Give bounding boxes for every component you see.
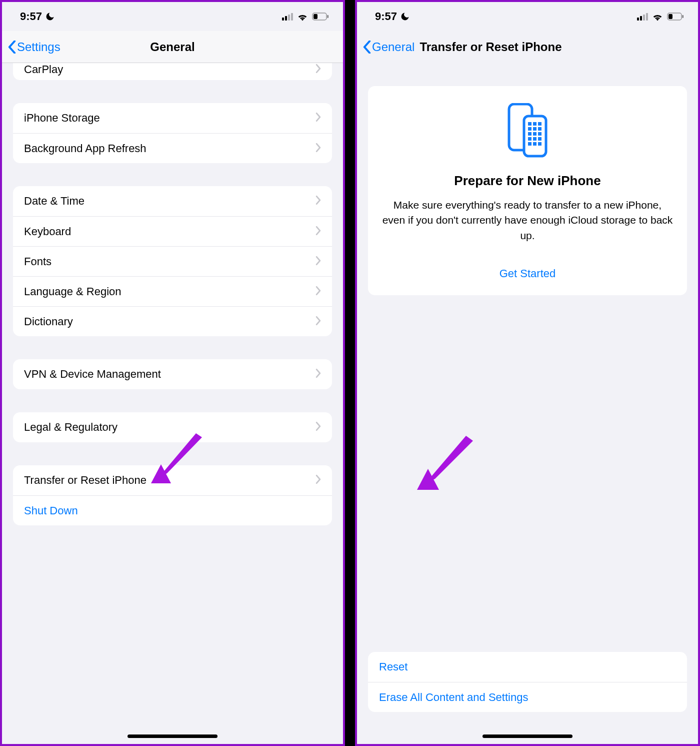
chevron-right-icon bbox=[316, 142, 321, 155]
svg-rect-21 bbox=[538, 137, 542, 141]
svg-rect-15 bbox=[538, 127, 542, 131]
wifi-icon bbox=[297, 12, 308, 21]
chevron-right-icon bbox=[316, 63, 321, 76]
svg-rect-13 bbox=[528, 127, 532, 131]
svg-marker-25 bbox=[417, 469, 439, 490]
chevron-right-icon bbox=[316, 368, 321, 381]
svg-rect-20 bbox=[533, 137, 536, 141]
svg-rect-17 bbox=[533, 132, 536, 136]
home-indicator bbox=[482, 734, 572, 738]
chevron-right-icon bbox=[316, 195, 321, 208]
status-bar: 9:57 bbox=[2, 2, 343, 31]
settings-group: Legal & Regulatory bbox=[13, 412, 332, 442]
settings-row-carplay[interactable]: CarPlay bbox=[13, 63, 332, 80]
settings-row-legal-regulatory[interactable]: Legal & Regulatory bbox=[13, 412, 332, 442]
chevron-right-icon bbox=[316, 421, 321, 434]
settings-row-keyboard[interactable]: Keyboard bbox=[13, 216, 332, 246]
page-title: Transfer or Reset iPhone bbox=[420, 40, 562, 54]
reset-button[interactable]: Reset bbox=[368, 652, 687, 682]
home-indicator bbox=[128, 734, 218, 738]
chevron-right-icon bbox=[316, 255, 321, 268]
svg-rect-12 bbox=[538, 122, 542, 126]
status-time: 9:57 bbox=[20, 10, 42, 23]
back-button[interactable]: Settings bbox=[8, 40, 60, 54]
nav-bar: Settings General bbox=[2, 31, 343, 63]
settings-group: iPhone Storage Background App Refresh bbox=[13, 103, 332, 163]
settings-row-transfer-reset[interactable]: Transfer or Reset iPhone bbox=[13, 465, 332, 495]
settings-row-shutdown[interactable]: Shut Down bbox=[13, 495, 332, 525]
svg-rect-7 bbox=[682, 15, 684, 18]
svg-rect-18 bbox=[538, 132, 542, 136]
svg-rect-23 bbox=[533, 142, 536, 146]
chevron-right-icon bbox=[316, 474, 321, 487]
back-label: Settings bbox=[17, 40, 60, 54]
battery-icon bbox=[312, 13, 329, 21]
settings-group: CarPlay bbox=[13, 63, 332, 80]
get-started-button[interactable]: Get Started bbox=[381, 267, 674, 280]
dnd-moon-icon bbox=[45, 12, 55, 22]
svg-rect-16 bbox=[528, 132, 532, 136]
phone-general-settings: 9:57 Settings General CarPla bbox=[0, 0, 345, 746]
chevron-right-icon bbox=[316, 285, 321, 298]
svg-rect-6 bbox=[668, 14, 672, 19]
prepare-card: Prepare for New iPhone Make sure everyth… bbox=[368, 86, 687, 295]
prepare-card-desc: Make sure everything's ready to transfer… bbox=[381, 198, 674, 243]
status-time: 9:57 bbox=[375, 10, 397, 23]
transfer-devices-icon bbox=[507, 103, 548, 160]
settings-row-vpn-device-management[interactable]: VPN & Device Management bbox=[13, 359, 332, 389]
settings-group: VPN & Device Management bbox=[13, 359, 332, 389]
settings-list[interactable]: CarPlay iPhone Storage Background App Re… bbox=[2, 63, 343, 744]
page-title: General bbox=[150, 40, 194, 54]
chevron-right-icon bbox=[316, 315, 321, 328]
prepare-card-title: Prepare for New iPhone bbox=[381, 173, 674, 189]
svg-rect-1 bbox=[314, 14, 318, 19]
transfer-reset-content: Prepare for New iPhone Make sure everyth… bbox=[357, 63, 698, 744]
svg-rect-24 bbox=[538, 142, 542, 146]
status-bar: 9:57 bbox=[357, 2, 698, 31]
settings-row-fonts[interactable]: Fonts bbox=[13, 246, 332, 276]
settings-group: Date & Time Keyboard Fonts Language & Re… bbox=[13, 186, 332, 336]
battery-icon bbox=[667, 13, 684, 21]
reset-options-group: Reset Erase All Content and Settings bbox=[368, 652, 687, 712]
phone-transfer-reset: 9:57 General Transfer or Reset iPhone bbox=[355, 0, 700, 746]
svg-rect-11 bbox=[533, 122, 536, 126]
cellular-signal-icon bbox=[637, 13, 648, 21]
settings-row-dictionary[interactable]: Dictionary bbox=[13, 306, 332, 336]
settings-row-background-app-refresh[interactable]: Background App Refresh bbox=[13, 133, 332, 163]
settings-row-iphone-storage[interactable]: iPhone Storage bbox=[13, 103, 332, 133]
settings-row-date-time[interactable]: Date & Time bbox=[13, 186, 332, 216]
settings-row-language-region[interactable]: Language & Region bbox=[13, 276, 332, 306]
svg-rect-10 bbox=[528, 122, 532, 126]
dnd-moon-icon bbox=[400, 12, 410, 22]
nav-bar: General Transfer or Reset iPhone bbox=[357, 31, 698, 63]
back-button[interactable]: General bbox=[363, 40, 414, 54]
chevron-right-icon bbox=[316, 112, 321, 125]
chevron-right-icon bbox=[316, 225, 321, 238]
svg-rect-2 bbox=[328, 15, 329, 18]
svg-rect-19 bbox=[528, 137, 532, 141]
erase-all-button[interactable]: Erase All Content and Settings bbox=[368, 682, 687, 712]
svg-rect-22 bbox=[528, 142, 532, 146]
svg-marker-26 bbox=[425, 436, 473, 484]
cellular-signal-icon bbox=[282, 13, 293, 21]
annotation-arrow-icon bbox=[417, 436, 477, 493]
wifi-icon bbox=[652, 12, 663, 21]
settings-group: Transfer or Reset iPhone Shut Down bbox=[13, 465, 332, 525]
svg-rect-14 bbox=[533, 127, 536, 131]
back-label: General bbox=[372, 40, 414, 54]
